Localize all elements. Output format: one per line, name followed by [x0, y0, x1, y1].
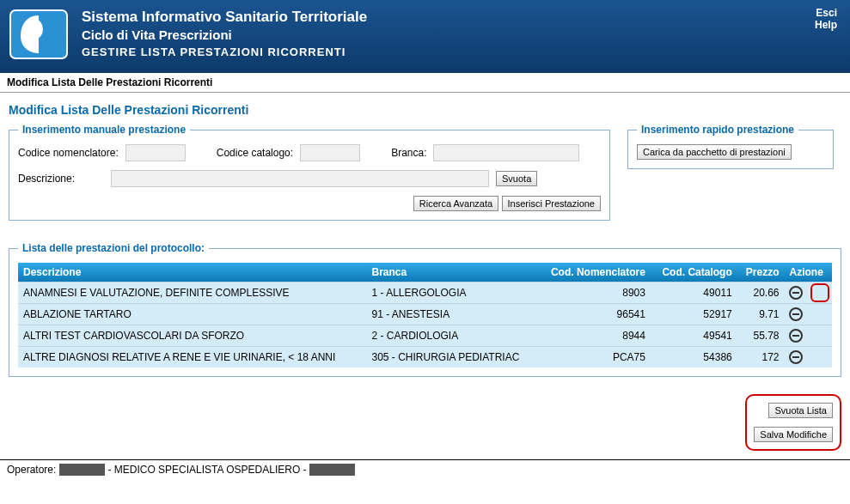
cell-cod-catalogo: 54386 — [651, 347, 737, 368]
inserisci-prestazione-button[interactable]: Inserisci Prestazione — [502, 196, 602, 211]
operatore-label: Operatore: — [7, 464, 56, 476]
ricerca-avanzata-button[interactable]: Ricerca Avanzata — [413, 196, 498, 211]
codice-catalogo-label: Codice catalogo: — [217, 147, 293, 159]
rapid-insert-fieldset: Inserimento rapido prestazione Carica da… — [627, 124, 834, 169]
cell-branca: 91 - ANESTESIA — [367, 304, 538, 325]
cell-branca: 2 - CARDIOLOGIA — [367, 325, 538, 347]
remove-icon[interactable] — [789, 350, 803, 364]
cell-prezzo: 9.71 — [737, 304, 785, 325]
protocol-list-legend: Lista delle prestazioni del protocollo: — [18, 242, 209, 254]
svg-point-1 — [26, 19, 43, 39]
breadcrumb: Modifica Lista Delle Prestazioni Ricorre… — [0, 73, 850, 93]
col-descrizione: Descrizione — [18, 263, 367, 282]
col-cod-nomenclatore: Cod. Nomenclatore — [537, 263, 651, 282]
branca-input[interactable] — [433, 144, 579, 161]
exit-link[interactable]: Esci — [815, 7, 837, 19]
operator-extra-redacted — [309, 464, 355, 476]
table-row: ANAMNESI E VALUTAZIONE, DEFINITE COMPLES… — [18, 282, 832, 304]
remove-icon[interactable] — [789, 329, 803, 343]
cell-cod-nomenclatore: 8903 — [537, 282, 651, 304]
cell-cod-catalogo: 49011 — [651, 282, 737, 304]
col-cod-catalogo: Cod. Catalogo — [651, 263, 737, 282]
highlight-ring — [810, 283, 829, 302]
header-section: GESTIRE LISTA PRESTAZIONI RICORRENTI — [82, 46, 837, 58]
carica-pacchetto-button[interactable]: Carica da pacchetto di prestazioni — [637, 144, 792, 160]
cell-cod-nomenclatore: PCA75 — [537, 347, 651, 368]
col-prezzo: Prezzo — [737, 263, 785, 282]
cell-cod-nomenclatore: 8944 — [537, 325, 651, 347]
codice-nomenclatore-label: Codice nomenclatore: — [18, 147, 119, 159]
branca-label: Branca: — [391, 147, 426, 159]
prestazioni-table: Descrizione Branca Cod. Nomenclatore Cod… — [18, 263, 832, 367]
cell-azione — [784, 347, 832, 368]
col-branca: Branca — [367, 263, 538, 282]
manual-insert-legend: Inserimento manuale prestazione — [18, 124, 190, 136]
cell-azione — [784, 304, 832, 325]
header-subtitle: Ciclo di Vita Prescrizioni — [82, 27, 837, 42]
cell-prezzo: 20.66 — [737, 282, 785, 304]
codice-nomenclatore-input[interactable] — [125, 144, 186, 161]
status-bar: Operatore: - MEDICO SPECIALISTA OSPEDALI… — [0, 459, 850, 479]
app-header: Sistema Informativo Sanitario Territoria… — [0, 0, 850, 73]
protocol-list-fieldset: Lista delle prestazioni del protocollo: … — [9, 242, 841, 377]
rapid-insert-legend: Inserimento rapido prestazione — [637, 124, 798, 136]
col-azione: Azione — [784, 263, 832, 282]
descrizione-input[interactable] — [111, 170, 489, 187]
cell-descrizione: ALTRE DIAGNOSI RELATIVE A RENE E VIE URI… — [18, 347, 367, 368]
remove-icon[interactable] — [789, 307, 803, 321]
remove-icon[interactable] — [789, 286, 803, 300]
descrizione-label: Descrizione: — [18, 173, 104, 185]
codice-catalogo-input[interactable] — [300, 144, 360, 161]
manual-insert-fieldset: Inserimento manuale prestazione Codice n… — [9, 124, 610, 221]
cell-branca: 1 - ALLERGOLOGIA — [367, 282, 538, 304]
cell-descrizione: ABLAZIONE TARTARO — [18, 304, 367, 325]
operator-name-redacted — [59, 464, 105, 476]
table-row: ABLAZIONE TARTARO91 - ANESTESIA965415291… — [18, 304, 832, 325]
table-row: ALTRE DIAGNOSI RELATIVE A RENE E VIE URI… — [18, 347, 832, 368]
svuota-button[interactable]: Svuota — [496, 171, 537, 186]
cell-cod-nomenclatore: 96541 — [537, 304, 651, 325]
cell-cod-catalogo: 49541 — [651, 325, 737, 347]
salva-modifiche-button[interactable]: Salva Modifiche — [754, 427, 833, 442]
table-row: ALTRI TEST CARDIOVASCOLARI DA SFORZO2 - … — [18, 325, 832, 347]
cell-azione — [784, 325, 832, 347]
cell-cod-catalogo: 52917 — [651, 304, 737, 325]
cell-branca: 305 - CHIRURGIA PEDIATRIAC — [367, 347, 538, 368]
help-link[interactable]: Help — [815, 19, 837, 31]
header-title: Sistema Informativo Sanitario Territoria… — [82, 9, 837, 26]
page-title: Modifica Lista Delle Prestazioni Ricorre… — [0, 93, 850, 124]
cell-prezzo: 55.78 — [737, 325, 785, 347]
cell-azione — [784, 282, 832, 304]
cell-descrizione: ALTRI TEST CARDIOVASCOLARI DA SFORZO — [18, 325, 367, 347]
svuota-lista-button[interactable]: Svuota Lista — [768, 403, 833, 418]
app-logo — [9, 9, 69, 60]
cell-descrizione: ANAMNESI E VALUTAZIONE, DEFINITE COMPLES… — [18, 282, 367, 304]
operator-role: MEDICO SPECIALISTA OSPEDALIERO — [114, 464, 301, 476]
cell-prezzo: 172 — [737, 347, 785, 368]
bottom-actions-highlight: Svuota Lista Salva Modifiche — [745, 394, 841, 451]
